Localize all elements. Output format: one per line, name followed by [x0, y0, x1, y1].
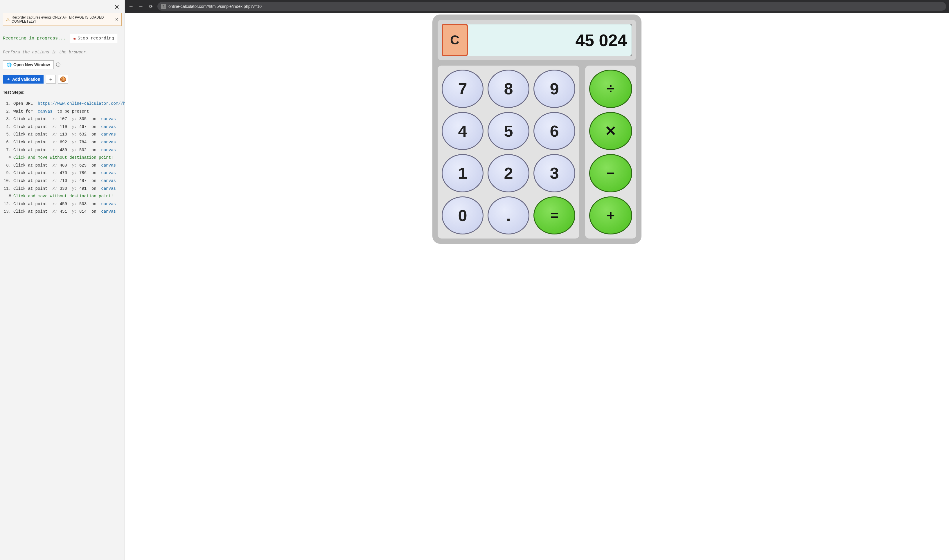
test-step[interactable]: 6.Click at point x: 692 y: 784 on canvas	[3, 138, 122, 146]
info-icon[interactable]: ⓘ	[56, 62, 60, 68]
add-step-button[interactable]: ＋	[46, 75, 56, 83]
digit-6-button[interactable]: 6	[534, 112, 575, 150]
reload-button[interactable]: ⟳	[148, 4, 154, 9]
digit-3-button[interactable]: 3	[534, 154, 575, 192]
test-step[interactable]: 9.Click at point x: 470 y: 786 on canvas	[3, 169, 122, 177]
test-step[interactable]: 11.Click at point x: 330 y: 491 on canva…	[3, 185, 122, 193]
test-step[interactable]: 1.Open URL https://www.online-calculator…	[3, 100, 122, 108]
warning-icon: ⚠	[6, 17, 10, 22]
url-bar[interactable]: ⇅ online-calculator.com//html5/simple/in…	[157, 2, 946, 11]
equals-button[interactable]: =	[534, 197, 575, 235]
digit-0-button[interactable]: 0	[442, 197, 483, 235]
digit-4-button[interactable]: 4	[442, 112, 483, 150]
back-button[interactable]: ←	[128, 3, 134, 9]
recording-status: Recording in progress...	[3, 36, 66, 41]
test-step[interactable]: 2.Wait for canvas to be present	[3, 108, 122, 115]
decimal-button[interactable]: .	[488, 197, 529, 235]
divide-button[interactable]: ÷	[589, 70, 632, 108]
cookie-button[interactable]: 🍪	[58, 75, 68, 83]
open-window-label: Open New Window	[13, 62, 50, 67]
stop-recording-label: Stop recording	[77, 36, 114, 41]
digit-8-button[interactable]: 8	[488, 70, 529, 108]
test-step[interactable]: 5.Click at point x: 118 y: 632 on canvas	[3, 131, 122, 138]
test-step[interactable]: 12.Click at point x: 459 y: 503 on canva…	[3, 200, 122, 208]
test-step[interactable]: 8.Click at point x: 489 y: 629 on canvas	[3, 162, 122, 169]
warning-banner: ⚠ Recorder captures events ONLY AFTER PA…	[3, 13, 122, 26]
page-content: C 45 024 7894561230.= ÷✕−+	[125, 13, 949, 560]
banner-close-icon[interactable]: ✕	[115, 17, 119, 22]
add-button[interactable]: +	[589, 197, 632, 235]
instruction-text: Perform the actions in the browser.	[3, 50, 122, 55]
record-icon: ◉	[74, 36, 76, 41]
add-validation-label: Add validation	[12, 77, 40, 82]
test-step[interactable]: #Click and move without destination poin…	[3, 192, 122, 200]
number-pad: 7894561230.=	[438, 66, 579, 238]
calculator: C 45 024 7894561230.= ÷✕−+	[432, 14, 642, 244]
plus-icon: ＋	[6, 77, 11, 82]
recorder-panel: ✕ ⚠ Recorder captures events ONLY AFTER …	[0, 0, 125, 560]
add-validation-button[interactable]: ＋ Add validation	[3, 75, 43, 83]
test-steps-list: 1.Open URL https://www.online-calculator…	[3, 100, 122, 215]
calculator-display: 45 024	[468, 24, 632, 56]
test-steps-heading: Test Steps:	[3, 90, 122, 95]
test-step[interactable]: 4.Click at point x: 119 y: 467 on canvas	[3, 123, 122, 131]
stop-recording-button[interactable]: ◉ Stop recording	[70, 34, 118, 43]
globe-icon: 🌐	[7, 62, 12, 67]
subtract-button[interactable]: −	[589, 154, 632, 192]
url-text: online-calculator.com//html5/simple/inde…	[168, 4, 262, 9]
browser-toolbar: ← → ⟳ ⇅ online-calculator.com//html5/sim…	[125, 0, 949, 13]
site-info-icon[interactable]: ⇅	[161, 4, 166, 9]
test-step[interactable]: 13.Click at point x: 451 y: 814 on canva…	[3, 208, 122, 215]
forward-button[interactable]: →	[137, 3, 144, 9]
clear-button[interactable]: C	[442, 24, 468, 56]
browser-window: ← → ⟳ ⇅ online-calculator.com//html5/sim…	[125, 0, 949, 560]
test-step[interactable]: 10.Click at point x: 710 y: 487 on canva…	[3, 177, 122, 185]
digit-2-button[interactable]: 2	[488, 154, 529, 192]
open-new-window-button[interactable]: 🌐 Open New Window	[3, 60, 54, 69]
close-icon[interactable]: ✕	[114, 3, 119, 11]
test-step[interactable]: 3.Click at point x: 107 y: 305 on canvas	[3, 115, 122, 123]
multiply-button[interactable]: ✕	[589, 112, 632, 150]
display-frame: C 45 024	[438, 20, 636, 60]
test-step[interactable]: #Click and move without destination poin…	[3, 154, 122, 162]
digit-9-button[interactable]: 9	[534, 70, 575, 108]
test-step[interactable]: 7.Click at point x: 489 y: 502 on canvas	[3, 146, 122, 154]
digit-7-button[interactable]: 7	[442, 70, 483, 108]
warning-text: Recorder captures events ONLY AFTER PAGE…	[12, 15, 113, 23]
digit-5-button[interactable]: 5	[488, 112, 529, 150]
operator-pad: ÷✕−+	[585, 66, 636, 238]
digit-1-button[interactable]: 1	[442, 154, 483, 192]
